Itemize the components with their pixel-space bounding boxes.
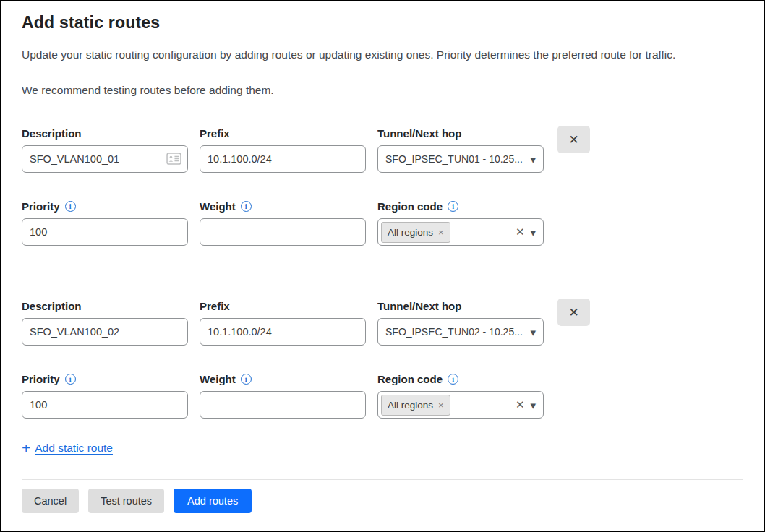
description-field-1: Description: [22, 126, 188, 173]
weight-label: Weight: [200, 373, 236, 385]
prefix-label: Prefix: [200, 126, 366, 140]
region-code-label: Region code: [377, 373, 443, 385]
tunnel-selected-value: SFO_IPSEC_TUN02 - 10.25...: [385, 326, 524, 338]
close-icon: ✕: [568, 132, 578, 147]
chevron-down-icon: ▾: [530, 400, 536, 411]
prefix-field-1: Prefix: [200, 126, 366, 173]
prefix-input-2[interactable]: [200, 318, 366, 346]
region-chip: All regions ×: [381, 222, 450, 243]
region-chip-label: All regions: [388, 400, 433, 411]
cancel-button[interactable]: Cancel: [22, 489, 79, 513]
add-static-route-link[interactable]: + Add static route: [22, 440, 113, 455]
close-icon: ✕: [568, 305, 578, 320]
description-field-2: Description: [22, 299, 188, 346]
weight-input-1[interactable]: [200, 218, 366, 246]
weight-field-2: Weight i: [200, 372, 366, 419]
description-label: Description: [22, 299, 188, 313]
tunnel-label: Tunnel/Next hop: [377, 299, 544, 313]
plus-icon: +: [22, 440, 30, 455]
info-icon[interactable]: i: [448, 374, 458, 385]
tunnel-field-2: Tunnel/Next hop SFO_IPSEC_TUN02 - 10.25.…: [377, 299, 544, 346]
priority-label: Priority: [22, 200, 60, 213]
clear-selection-icon[interactable]: ✕: [516, 398, 525, 411]
region-field-2: Region code i All regions × ✕ ▾: [377, 372, 544, 419]
test-routes-button[interactable]: Test routes: [88, 489, 164, 513]
info-icon[interactable]: i: [65, 374, 76, 385]
tunnel-field-1: Tunnel/Next hop SFO_IPSEC_TUN01 - 10.25.…: [377, 126, 544, 173]
region-field-1: Region code i All regions × ✕ ▾: [377, 199, 544, 246]
weight-input-2[interactable]: [200, 391, 366, 419]
info-icon[interactable]: i: [241, 201, 252, 212]
tunnel-label: Tunnel/Next hop: [377, 126, 544, 140]
clear-selection-icon[interactable]: ✕: [516, 226, 525, 239]
chevron-down-icon: ▾: [530, 154, 536, 165]
delete-route-button-2[interactable]: ✕: [557, 299, 590, 326]
description-label: Description: [22, 126, 188, 140]
info-icon[interactable]: i: [241, 374, 252, 385]
region-chip: All regions ×: [381, 395, 450, 416]
delete-route-button-1[interactable]: ✕: [557, 126, 590, 153]
priority-input-2[interactable]: [22, 391, 188, 419]
footer-divider: [22, 479, 743, 480]
region-chip-label: All regions: [388, 227, 433, 238]
prefix-input-1[interactable]: [200, 145, 366, 173]
description-input-1[interactable]: [22, 145, 188, 173]
prefix-label: Prefix: [200, 299, 366, 313]
weight-field-1: Weight i: [200, 199, 366, 246]
route-entry-2: Description Prefix Tunnel/Next hop SFO_I…: [22, 299, 743, 419]
region-multiselect-1[interactable]: All regions × ✕ ▾: [377, 218, 544, 246]
info-icon[interactable]: i: [448, 201, 458, 212]
chevron-down-icon: ▾: [530, 327, 536, 338]
description-input-2[interactable]: [22, 318, 188, 346]
note-text: We recommend testing routes before addin…: [22, 83, 743, 97]
priority-field-1: Priority i: [22, 199, 188, 246]
chip-remove-icon[interactable]: ×: [438, 400, 444, 411]
prefix-field-2: Prefix: [200, 299, 366, 346]
add-static-route-label: Add static route: [35, 442, 113, 455]
tunnel-select-2[interactable]: SFO_IPSEC_TUN02 - 10.25... ▾: [377, 318, 544, 346]
info-icon[interactable]: i: [65, 201, 76, 212]
weight-label: Weight: [200, 200, 236, 213]
add-routes-button[interactable]: Add routes: [174, 489, 252, 513]
route-entry-1: Description Prefix: [22, 126, 743, 246]
route-divider: [22, 278, 593, 278]
chip-remove-icon[interactable]: ×: [438, 227, 444, 238]
add-static-routes-dialog: Add static routes Update your static rou…: [1, 1, 764, 531]
tunnel-select-1[interactable]: SFO_IPSEC_TUN01 - 10.25... ▾: [377, 145, 544, 173]
priority-label: Priority: [22, 373, 60, 385]
priority-field-2: Priority i: [22, 372, 188, 419]
priority-input-1[interactable]: [22, 218, 188, 246]
chevron-down-icon: ▾: [530, 227, 536, 238]
region-multiselect-2[interactable]: All regions × ✕ ▾: [377, 391, 544, 419]
page-title: Add static routes: [22, 13, 743, 33]
dialog-footer: Cancel Test routes Add routes: [22, 479, 743, 513]
intro-text: Update your static routing configuration…: [22, 48, 743, 61]
tunnel-selected-value: SFO_IPSEC_TUN01 - 10.25...: [385, 153, 524, 165]
region-code-label: Region code: [377, 200, 443, 213]
